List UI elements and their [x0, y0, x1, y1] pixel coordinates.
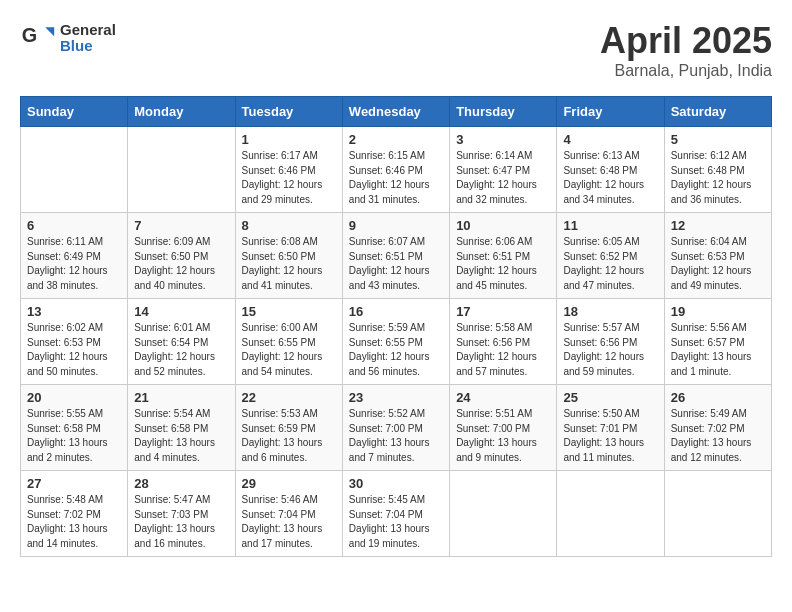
day-info: Sunrise: 5:53 AM Sunset: 6:59 PM Dayligh… [242, 407, 336, 465]
day-number: 21 [134, 390, 228, 405]
calendar-cell: 25Sunrise: 5:50 AM Sunset: 7:01 PM Dayli… [557, 385, 664, 471]
day-number: 27 [27, 476, 121, 491]
calendar-cell: 3Sunrise: 6:14 AM Sunset: 6:47 PM Daylig… [450, 127, 557, 213]
month-title: April 2025 [600, 20, 772, 62]
calendar-cell: 26Sunrise: 5:49 AM Sunset: 7:02 PM Dayli… [664, 385, 771, 471]
day-info: Sunrise: 6:14 AM Sunset: 6:47 PM Dayligh… [456, 149, 550, 207]
day-info: Sunrise: 6:05 AM Sunset: 6:52 PM Dayligh… [563, 235, 657, 293]
day-info: Sunrise: 6:15 AM Sunset: 6:46 PM Dayligh… [349, 149, 443, 207]
day-number: 7 [134, 218, 228, 233]
location-subtitle: Barnala, Punjab, India [600, 62, 772, 80]
day-info: Sunrise: 6:13 AM Sunset: 6:48 PM Dayligh… [563, 149, 657, 207]
calendar-cell: 13Sunrise: 6:02 AM Sunset: 6:53 PM Dayli… [21, 299, 128, 385]
day-info: Sunrise: 6:02 AM Sunset: 6:53 PM Dayligh… [27, 321, 121, 379]
page-header: G General Blue April 2025 Barnala, Punja… [20, 20, 772, 80]
calendar-cell: 17Sunrise: 5:58 AM Sunset: 6:56 PM Dayli… [450, 299, 557, 385]
day-number: 4 [563, 132, 657, 147]
day-info: Sunrise: 5:49 AM Sunset: 7:02 PM Dayligh… [671, 407, 765, 465]
day-number: 9 [349, 218, 443, 233]
day-info: Sunrise: 5:52 AM Sunset: 7:00 PM Dayligh… [349, 407, 443, 465]
day-info: Sunrise: 5:45 AM Sunset: 7:04 PM Dayligh… [349, 493, 443, 551]
day-number: 29 [242, 476, 336, 491]
calendar-cell: 1Sunrise: 6:17 AM Sunset: 6:46 PM Daylig… [235, 127, 342, 213]
day-info: Sunrise: 5:46 AM Sunset: 7:04 PM Dayligh… [242, 493, 336, 551]
calendar-cell [450, 471, 557, 557]
calendar-cell: 4Sunrise: 6:13 AM Sunset: 6:48 PM Daylig… [557, 127, 664, 213]
day-number: 13 [27, 304, 121, 319]
calendar-cell: 19Sunrise: 5:56 AM Sunset: 6:57 PM Dayli… [664, 299, 771, 385]
calendar-cell: 23Sunrise: 5:52 AM Sunset: 7:00 PM Dayli… [342, 385, 449, 471]
logo: G General Blue [20, 20, 116, 56]
calendar-cell: 5Sunrise: 6:12 AM Sunset: 6:48 PM Daylig… [664, 127, 771, 213]
day-number: 6 [27, 218, 121, 233]
weekday-header-saturday: Saturday [664, 97, 771, 127]
calendar-cell: 28Sunrise: 5:47 AM Sunset: 7:03 PM Dayli… [128, 471, 235, 557]
day-number: 25 [563, 390, 657, 405]
svg-marker-1 [45, 27, 54, 36]
title-section: April 2025 Barnala, Punjab, India [600, 20, 772, 80]
logo-icon: G [20, 20, 56, 56]
calendar-cell: 10Sunrise: 6:06 AM Sunset: 6:51 PM Dayli… [450, 213, 557, 299]
calendar-week-row: 27Sunrise: 5:48 AM Sunset: 7:02 PM Dayli… [21, 471, 772, 557]
day-number: 11 [563, 218, 657, 233]
calendar-cell: 22Sunrise: 5:53 AM Sunset: 6:59 PM Dayli… [235, 385, 342, 471]
calendar-cell: 24Sunrise: 5:51 AM Sunset: 7:00 PM Dayli… [450, 385, 557, 471]
day-number: 28 [134, 476, 228, 491]
day-info: Sunrise: 6:09 AM Sunset: 6:50 PM Dayligh… [134, 235, 228, 293]
day-number: 5 [671, 132, 765, 147]
weekday-header-thursday: Thursday [450, 97, 557, 127]
calendar-cell: 29Sunrise: 5:46 AM Sunset: 7:04 PM Dayli… [235, 471, 342, 557]
day-info: Sunrise: 6:00 AM Sunset: 6:55 PM Dayligh… [242, 321, 336, 379]
day-number: 30 [349, 476, 443, 491]
calendar-cell: 18Sunrise: 5:57 AM Sunset: 6:56 PM Dayli… [557, 299, 664, 385]
day-number: 23 [349, 390, 443, 405]
weekday-header-monday: Monday [128, 97, 235, 127]
calendar-cell: 30Sunrise: 5:45 AM Sunset: 7:04 PM Dayli… [342, 471, 449, 557]
calendar-table: SundayMondayTuesdayWednesdayThursdayFrid… [20, 96, 772, 557]
calendar-cell [128, 127, 235, 213]
calendar-cell [664, 471, 771, 557]
day-info: Sunrise: 6:04 AM Sunset: 6:53 PM Dayligh… [671, 235, 765, 293]
calendar-week-row: 1Sunrise: 6:17 AM Sunset: 6:46 PM Daylig… [21, 127, 772, 213]
logo-blue-text: Blue [60, 38, 116, 55]
day-number: 2 [349, 132, 443, 147]
day-number: 26 [671, 390, 765, 405]
day-info: Sunrise: 5:56 AM Sunset: 6:57 PM Dayligh… [671, 321, 765, 379]
day-info: Sunrise: 5:47 AM Sunset: 7:03 PM Dayligh… [134, 493, 228, 551]
day-info: Sunrise: 6:08 AM Sunset: 6:50 PM Dayligh… [242, 235, 336, 293]
day-number: 8 [242, 218, 336, 233]
svg-text:G: G [22, 24, 37, 46]
calendar-cell: 27Sunrise: 5:48 AM Sunset: 7:02 PM Dayli… [21, 471, 128, 557]
day-number: 19 [671, 304, 765, 319]
day-info: Sunrise: 5:50 AM Sunset: 7:01 PM Dayligh… [563, 407, 657, 465]
day-info: Sunrise: 5:57 AM Sunset: 6:56 PM Dayligh… [563, 321, 657, 379]
day-number: 24 [456, 390, 550, 405]
calendar-cell: 6Sunrise: 6:11 AM Sunset: 6:49 PM Daylig… [21, 213, 128, 299]
day-number: 12 [671, 218, 765, 233]
day-info: Sunrise: 5:48 AM Sunset: 7:02 PM Dayligh… [27, 493, 121, 551]
day-info: Sunrise: 6:01 AM Sunset: 6:54 PM Dayligh… [134, 321, 228, 379]
day-number: 17 [456, 304, 550, 319]
calendar-cell: 14Sunrise: 6:01 AM Sunset: 6:54 PM Dayli… [128, 299, 235, 385]
calendar-cell: 21Sunrise: 5:54 AM Sunset: 6:58 PM Dayli… [128, 385, 235, 471]
calendar-week-row: 20Sunrise: 5:55 AM Sunset: 6:58 PM Dayli… [21, 385, 772, 471]
day-number: 3 [456, 132, 550, 147]
weekday-header-row: SundayMondayTuesdayWednesdayThursdayFrid… [21, 97, 772, 127]
day-number: 1 [242, 132, 336, 147]
calendar-week-row: 13Sunrise: 6:02 AM Sunset: 6:53 PM Dayli… [21, 299, 772, 385]
calendar-cell [557, 471, 664, 557]
calendar-cell: 20Sunrise: 5:55 AM Sunset: 6:58 PM Dayli… [21, 385, 128, 471]
day-number: 20 [27, 390, 121, 405]
day-info: Sunrise: 5:55 AM Sunset: 6:58 PM Dayligh… [27, 407, 121, 465]
day-number: 22 [242, 390, 336, 405]
calendar-cell: 2Sunrise: 6:15 AM Sunset: 6:46 PM Daylig… [342, 127, 449, 213]
logo-general-text: General [60, 22, 116, 39]
calendar-cell: 8Sunrise: 6:08 AM Sunset: 6:50 PM Daylig… [235, 213, 342, 299]
day-number: 10 [456, 218, 550, 233]
day-number: 18 [563, 304, 657, 319]
calendar-cell: 7Sunrise: 6:09 AM Sunset: 6:50 PM Daylig… [128, 213, 235, 299]
day-number: 15 [242, 304, 336, 319]
calendar-cell: 16Sunrise: 5:59 AM Sunset: 6:55 PM Dayli… [342, 299, 449, 385]
weekday-header-wednesday: Wednesday [342, 97, 449, 127]
calendar-cell [21, 127, 128, 213]
